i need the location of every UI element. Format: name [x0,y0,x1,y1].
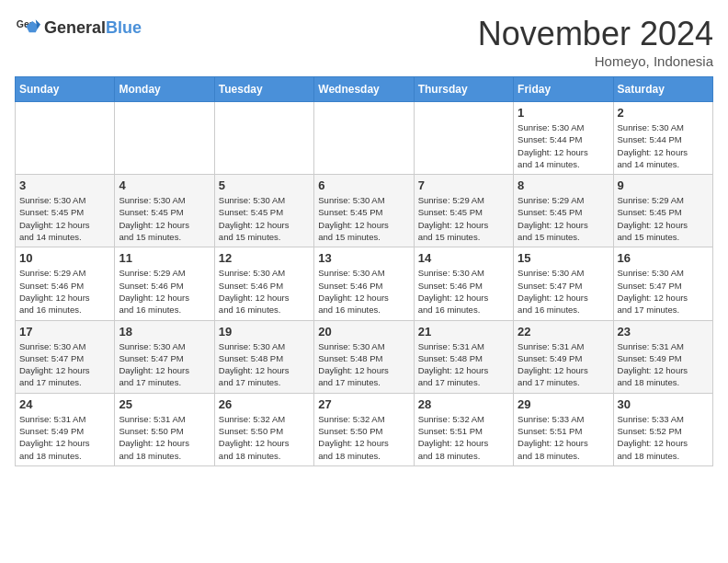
calendar-cell: 21Sunrise: 5:31 AM Sunset: 5:48 PM Dayli… [414,320,513,393]
week-row-3: 10Sunrise: 5:29 AM Sunset: 5:46 PM Dayli… [16,247,713,320]
calendar-cell [214,102,313,175]
calendar-cell: 19Sunrise: 5:30 AM Sunset: 5:48 PM Dayli… [214,320,313,393]
calendar-cell: 7Sunrise: 5:29 AM Sunset: 5:45 PM Daylig… [414,175,513,247]
calendar-cell: 20Sunrise: 5:30 AM Sunset: 5:48 PM Dayli… [314,320,414,393]
day-info: Sunrise: 5:33 AM Sunset: 5:52 PM Dayligh… [618,413,709,462]
day-info: Sunrise: 5:30 AM Sunset: 5:47 PM Dayligh… [518,267,609,316]
day-info: Sunrise: 5:29 AM Sunset: 5:45 PM Dayligh… [418,194,509,243]
week-row-1: 1Sunrise: 5:30 AM Sunset: 5:44 PM Daylig… [16,102,713,175]
calendar-cell: 4Sunrise: 5:30 AM Sunset: 5:45 PM Daylig… [115,175,214,247]
day-info: Sunrise: 5:33 AM Sunset: 5:51 PM Dayligh… [518,413,609,462]
day-info: Sunrise: 5:29 AM Sunset: 5:46 PM Dayligh… [19,267,110,316]
day-info: Sunrise: 5:31 AM Sunset: 5:49 PM Dayligh… [19,413,110,462]
logo-blue-text: Blue [106,18,142,38]
day-info: Sunrise: 5:29 AM Sunset: 5:45 PM Dayligh… [618,194,709,243]
calendar-cell: 16Sunrise: 5:30 AM Sunset: 5:47 PM Dayli… [613,247,712,320]
calendar-cell: 14Sunrise: 5:30 AM Sunset: 5:46 PM Dayli… [414,247,513,320]
day-info: Sunrise: 5:29 AM Sunset: 5:45 PM Dayligh… [518,194,609,243]
calendar-cell: 24Sunrise: 5:31 AM Sunset: 5:49 PM Dayli… [16,393,115,465]
calendar-cell: 12Sunrise: 5:30 AM Sunset: 5:46 PM Dayli… [214,247,313,320]
calendar-cell: 17Sunrise: 5:30 AM Sunset: 5:47 PM Dayli… [16,320,115,393]
month-title: November 2024 [478,15,713,53]
day-info: Sunrise: 5:32 AM Sunset: 5:50 PM Dayligh… [318,413,409,462]
title-block: November 2024 Homeyo, Indonesia [478,15,713,69]
day-number: 2 [618,106,709,120]
day-number: 14 [418,251,509,265]
day-number: 19 [219,325,310,339]
day-info: Sunrise: 5:29 AM Sunset: 5:46 PM Dayligh… [119,267,210,316]
day-info: Sunrise: 5:30 AM Sunset: 5:45 PM Dayligh… [19,194,110,243]
day-info: Sunrise: 5:30 AM Sunset: 5:46 PM Dayligh… [318,267,409,316]
day-info: Sunrise: 5:30 AM Sunset: 5:44 PM Dayligh… [518,121,609,170]
calendar-cell: 23Sunrise: 5:31 AM Sunset: 5:49 PM Dayli… [613,320,712,393]
day-number: 11 [119,251,210,265]
col-header-thursday: Thursday [414,77,513,102]
day-info: Sunrise: 5:30 AM Sunset: 5:44 PM Dayligh… [618,121,709,170]
calendar-cell: 6Sunrise: 5:30 AM Sunset: 5:45 PM Daylig… [314,175,414,247]
day-number: 9 [618,178,709,192]
day-number: 28 [418,397,509,411]
day-number: 6 [318,178,409,192]
location-subtitle: Homeyo, Indonesia [478,53,713,69]
day-number: 8 [518,178,609,192]
week-row-4: 17Sunrise: 5:30 AM Sunset: 5:47 PM Dayli… [16,320,713,393]
day-number: 30 [618,397,709,411]
col-header-sunday: Sunday [16,77,115,102]
calendar-cell: 3Sunrise: 5:30 AM Sunset: 5:45 PM Daylig… [16,175,115,247]
logo-icon: Gen [15,15,40,40]
col-header-tuesday: Tuesday [214,77,313,102]
day-number: 7 [418,178,509,192]
calendar-cell: 9Sunrise: 5:29 AM Sunset: 5:45 PM Daylig… [613,175,712,247]
day-info: Sunrise: 5:30 AM Sunset: 5:47 PM Dayligh… [618,267,709,316]
logo-general-text: General [44,18,106,38]
col-header-saturday: Saturday [613,77,712,102]
day-number: 18 [119,325,210,339]
day-number: 24 [19,397,110,411]
calendar-cell: 2Sunrise: 5:30 AM Sunset: 5:44 PM Daylig… [613,102,712,175]
day-number: 5 [219,178,310,192]
calendar-cell: 1Sunrise: 5:30 AM Sunset: 5:44 PM Daylig… [514,102,613,175]
calendar-table: SundayMondayTuesdayWednesdayThursdayFrid… [15,76,713,466]
day-number: 21 [418,325,509,339]
day-info: Sunrise: 5:32 AM Sunset: 5:51 PM Dayligh… [418,413,509,462]
day-info: Sunrise: 5:30 AM Sunset: 5:48 PM Dayligh… [318,340,409,389]
day-number: 22 [518,325,609,339]
calendar-cell: 26Sunrise: 5:32 AM Sunset: 5:50 PM Dayli… [214,393,313,465]
week-row-5: 24Sunrise: 5:31 AM Sunset: 5:49 PM Dayli… [16,393,713,465]
day-info: Sunrise: 5:30 AM Sunset: 5:45 PM Dayligh… [318,194,409,243]
day-number: 12 [219,251,310,265]
calendar-header-row: SundayMondayTuesdayWednesdayThursdayFrid… [16,77,713,102]
day-info: Sunrise: 5:31 AM Sunset: 5:49 PM Dayligh… [618,340,709,389]
logo: Gen General Blue [15,15,142,40]
calendar-cell: 22Sunrise: 5:31 AM Sunset: 5:49 PM Dayli… [514,320,613,393]
calendar-cell: 30Sunrise: 5:33 AM Sunset: 5:52 PM Dayli… [613,393,712,465]
day-number: 20 [318,325,409,339]
calendar-cell: 25Sunrise: 5:31 AM Sunset: 5:50 PM Dayli… [115,393,214,465]
day-number: 10 [19,251,110,265]
col-header-friday: Friday [514,77,613,102]
calendar-cell [414,102,513,175]
day-number: 1 [518,106,609,120]
day-info: Sunrise: 5:31 AM Sunset: 5:48 PM Dayligh… [418,340,509,389]
day-info: Sunrise: 5:30 AM Sunset: 5:46 PM Dayligh… [219,267,310,316]
day-number: 23 [618,325,709,339]
day-info: Sunrise: 5:31 AM Sunset: 5:50 PM Dayligh… [119,413,210,462]
day-info: Sunrise: 5:32 AM Sunset: 5:50 PM Dayligh… [219,413,310,462]
calendar-cell: 29Sunrise: 5:33 AM Sunset: 5:51 PM Dayli… [514,393,613,465]
day-info: Sunrise: 5:30 AM Sunset: 5:46 PM Dayligh… [418,267,509,316]
day-number: 3 [19,178,110,192]
page-header: Gen General Blue November 2024 Homeyo, I… [15,15,713,69]
day-number: 13 [318,251,409,265]
day-info: Sunrise: 5:30 AM Sunset: 5:47 PM Dayligh… [119,340,210,389]
col-header-monday: Monday [115,77,214,102]
day-info: Sunrise: 5:31 AM Sunset: 5:49 PM Dayligh… [518,340,609,389]
day-number: 16 [618,251,709,265]
day-info: Sunrise: 5:30 AM Sunset: 5:48 PM Dayligh… [219,340,310,389]
calendar-cell [16,102,115,175]
day-number: 25 [119,397,210,411]
day-number: 4 [119,178,210,192]
day-number: 26 [219,397,310,411]
calendar-cell: 18Sunrise: 5:30 AM Sunset: 5:47 PM Dayli… [115,320,214,393]
day-number: 17 [19,325,110,339]
calendar-cell [314,102,414,175]
